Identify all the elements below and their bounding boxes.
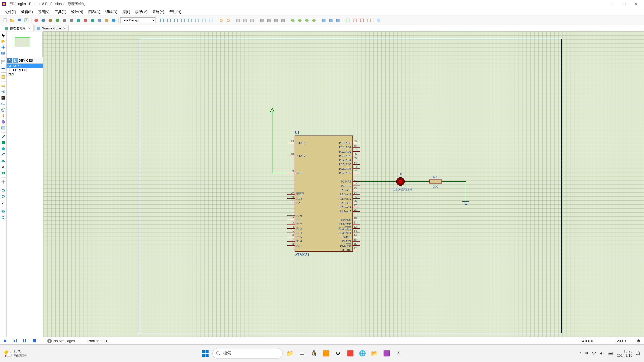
block-rotate-icon[interactable] [273, 17, 279, 24]
verify-icon[interactable] [75, 17, 82, 24]
copy-icon[interactable] [242, 17, 248, 24]
component-icon[interactable] [40, 17, 47, 24]
selection-icon[interactable] [1, 32, 6, 38]
paste-icon[interactable] [249, 17, 255, 24]
tray-clock[interactable]: 18:23 2024/3/10 [617, 349, 632, 358]
tab-1[interactable]: Source Code✕ [34, 25, 69, 31]
property-icon[interactable] [335, 17, 341, 24]
tape-icon[interactable] [1, 101, 6, 107]
help-icon[interactable] [110, 17, 117, 24]
netlist-icon[interactable] [375, 17, 382, 24]
task-icon-steam[interactable]: ⚙ [333, 348, 343, 358]
maximize-button[interactable] [618, 0, 630, 8]
close-button[interactable] [630, 0, 642, 8]
design-combo[interactable]: Base Design▾ [120, 17, 155, 23]
box-2d-icon[interactable] [1, 140, 6, 146]
component-icon[interactable] [1, 38, 6, 44]
import-icon[interactable] [23, 17, 30, 24]
path-2d-icon[interactable] [1, 158, 6, 164]
origin-icon[interactable] [173, 17, 179, 24]
taskbar-search[interactable]: 搜索 [212, 348, 283, 359]
bom-icon[interactable] [82, 17, 89, 24]
tab-0[interactable]: 原理图绘制✕ [2, 25, 34, 31]
device-list[interactable]: AT89C51LED-GREENRES [7, 64, 43, 337]
tray-ime[interactable]: 中 [585, 351, 588, 356]
task-icon-edge[interactable]: 🌐 [357, 348, 367, 358]
new-icon[interactable] [2, 17, 9, 24]
menu-item-2[interactable]: 视图(V) [35, 9, 52, 15]
zoom-in-icon[interactable] [187, 17, 193, 24]
task-icon-explorer[interactable]: 📂 [369, 348, 379, 358]
tray-chevron-up-icon[interactable]: ˄ [579, 351, 581, 355]
tray-battery-icon[interactable] [608, 352, 613, 355]
device-item-0[interactable]: AT89C51 [7, 64, 43, 68]
erc-config-icon[interactable] [366, 17, 372, 24]
task-icon-folder-group[interactable]: 📁 [285, 348, 295, 358]
menu-item-6[interactable]: 调试(D) [103, 9, 120, 15]
task-icon-app3[interactable]: 🟪 [381, 348, 391, 358]
text-script-icon[interactable] [1, 59, 6, 65]
mirror-h-icon[interactable] [1, 209, 6, 214]
schematic-canvas[interactable] [43, 31, 644, 337]
instrument-icon[interactable] [1, 125, 6, 131]
block-move-icon[interactable] [266, 17, 272, 24]
zoom-out-icon[interactable] [194, 17, 200, 24]
save-icon[interactable] [16, 17, 23, 24]
block-delete-icon[interactable] [280, 17, 286, 24]
dollar-icon[interactable] [89, 17, 96, 24]
decompose-icon[interactable] [311, 17, 317, 24]
sim-stop-button[interactable] [31, 338, 38, 344]
task-icon-app1[interactable]: 🟧 [321, 348, 331, 358]
open-icon[interactable] [9, 17, 16, 24]
generator-icon[interactable] [1, 107, 6, 113]
subcircuit-icon[interactable] [1, 74, 6, 80]
terminal-icon[interactable] [1, 83, 6, 88]
bus-icon[interactable] [1, 65, 6, 71]
sim-step-button[interactable] [12, 338, 19, 344]
taskbar-weather[interactable]: 15°C 局部晴朗 [4, 349, 54, 358]
schematic-icon[interactable] [47, 17, 54, 24]
tray-volume-icon[interactable] [600, 351, 604, 356]
rotate-ccw-icon[interactable] [1, 194, 6, 199]
label-icon[interactable]: LBL [1, 51, 6, 56]
wire-auto-icon[interactable] [320, 17, 327, 24]
menu-item-8[interactable]: 模版(M) [133, 9, 150, 15]
home-icon[interactable] [33, 17, 39, 24]
probe-i-icon[interactable] [1, 119, 6, 125]
device-item-2[interactable]: RES [7, 72, 43, 76]
line-2d-icon[interactable] [1, 134, 6, 140]
report-icon[interactable] [103, 17, 110, 24]
text-2d-icon[interactable]: A [1, 164, 6, 170]
grid-icon[interactable] [166, 17, 172, 24]
refresh-icon[interactable] [159, 17, 165, 24]
menu-item-9[interactable]: 系统(Y) [150, 9, 167, 15]
erc-del-icon[interactable] [351, 17, 358, 24]
block-copy-icon[interactable] [259, 17, 265, 24]
status-messages[interactable]: i No Messages [47, 339, 75, 343]
zoom-fit-icon[interactable] [201, 17, 208, 24]
menu-item-1[interactable]: 编辑(E) [19, 9, 35, 15]
tab-close-icon[interactable]: ✕ [63, 27, 66, 30]
start-button[interactable] [200, 348, 210, 358]
angle-icon[interactable]: 0° [1, 200, 6, 205]
junction-icon[interactable] [1, 44, 6, 50]
tray-wifi-icon[interactable] [592, 351, 596, 356]
menu-item-3[interactable]: 工具(T) [52, 9, 69, 15]
arrow-right-icon[interactable] [68, 17, 75, 24]
tab-close-icon[interactable]: ✕ [28, 27, 31, 30]
pan-icon[interactable] [180, 17, 186, 24]
minimize-button[interactable] [606, 0, 618, 8]
l-button[interactable]: L [13, 58, 18, 63]
marker-icon[interactable] [1, 179, 6, 185]
probe-v-icon[interactable] [1, 113, 6, 119]
erc-run-icon[interactable] [358, 17, 365, 24]
rotate-cw-icon[interactable] [1, 188, 6, 193]
pcb-icon[interactable] [54, 17, 61, 24]
symbol-icon[interactable]: S [1, 170, 6, 176]
p-button[interactable]: P [7, 58, 12, 63]
menu-item-4[interactable]: 设计(N) [69, 9, 86, 15]
sim-pause-button[interactable] [21, 338, 28, 344]
cut-icon[interactable] [235, 17, 241, 24]
task-icon-taskview[interactable]: ▭ [297, 348, 307, 358]
device-pin-icon[interactable] [1, 89, 6, 95]
